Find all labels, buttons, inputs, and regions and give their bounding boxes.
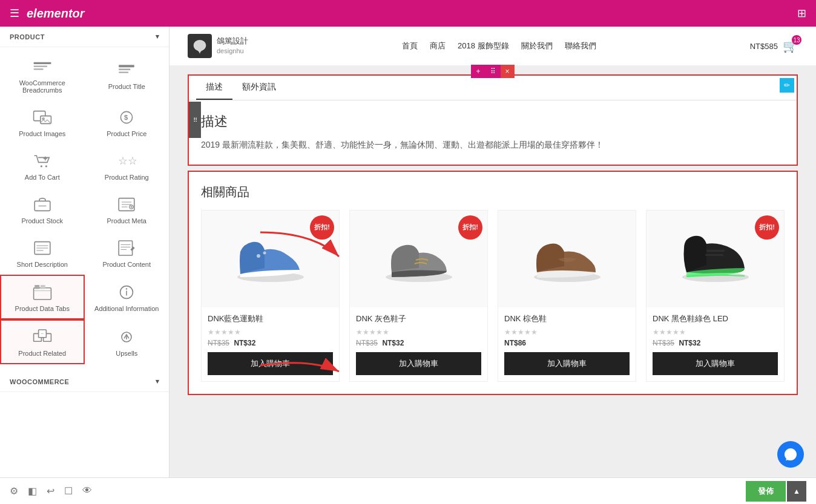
product-card-3: 折扣! D xyxy=(646,210,785,382)
settings-icon[interactable]: ⚙ xyxy=(10,485,18,497)
product-section-header[interactable]: PRODUCT ▾ xyxy=(0,27,169,47)
tab-extra-info[interactable]: 額外資訊 xyxy=(232,76,286,100)
publish-button[interactable]: 發佈 xyxy=(746,481,786,502)
svg-text:$: $ xyxy=(124,114,128,121)
product-card-2: DNK 棕色鞋 ★★★★★ NT$86 加入購物車 xyxy=(498,210,636,382)
widget-product-title[interactable]: Product Title xyxy=(85,50,169,100)
product-price-icon: $ xyxy=(114,107,139,128)
add-to-cart-btn-0[interactable]: 加入購物車 xyxy=(208,352,333,375)
widget-label: Product Rating xyxy=(105,174,149,181)
widget-short-description[interactable]: Short Description xyxy=(0,231,85,275)
up-arrow-btn[interactable]: ▲ xyxy=(787,481,806,502)
add-to-cart-btn-3[interactable]: 加入購物車 xyxy=(653,352,778,375)
undo-icon[interactable]: ↩ xyxy=(47,485,54,497)
widget-product-stock[interactable]: Product Stock xyxy=(0,188,85,231)
woocommerce-section-label: WOOCOMMERCE xyxy=(10,378,69,385)
svg-text:☆☆: ☆☆ xyxy=(118,155,136,167)
product-img-2 xyxy=(498,211,636,307)
svg-rect-2 xyxy=(33,68,43,70)
widget-additional-information[interactable]: Additional Information xyxy=(85,275,169,319)
widget-product-related[interactable]: Product Related xyxy=(0,319,85,364)
short-description-icon xyxy=(30,238,54,258)
product-content-icon xyxy=(114,238,139,258)
store-logo: 鴿篤設計 designhu xyxy=(188,34,248,58)
product-name-3: DNK 黑色鞋綠色 LED xyxy=(653,313,778,324)
content-section: ⠿ ✏ 描述 額外資訊 描述 2019 最新潮流鞋款，集美觀、舒適、功能性於一身… xyxy=(188,74,798,166)
add-to-cart-icon xyxy=(30,151,54,171)
svg-rect-0 xyxy=(33,62,51,64)
widget-product-content[interactable]: Product Content xyxy=(85,231,169,275)
product-stars-1: ★★★★★ xyxy=(356,328,481,336)
product-info-3: DNK 黑色鞋綠色 LED ★★★★★ NT$35 NT$32 加入購物車 xyxy=(647,307,784,381)
woocommerce-section-header[interactable]: WOOCOMMERCE ▾ xyxy=(0,371,169,392)
bottom-left-icons: ⚙ ◧ ↩ ☐ 👁 xyxy=(10,485,92,497)
product-name-1: DNK 灰色鞋子 xyxy=(356,313,481,324)
widget-upsells[interactable]: Upsells xyxy=(85,319,169,364)
nav-home[interactable]: 首頁 xyxy=(402,41,418,51)
product-img-0: 折扣! xyxy=(202,211,339,307)
store-nav: 首頁 商店 2018 服飾型錄 關於我們 聯絡我們 xyxy=(402,41,596,51)
widget-product-price[interactable]: $ Product Price xyxy=(85,100,169,144)
content-body: 描述 2019 最新潮流鞋款，集美觀、舒適、功能性於一身，無論休閒、運動、出遊都… xyxy=(189,100,797,165)
product-price-3: NT$35 NT$32 xyxy=(653,339,778,347)
nav-shop[interactable]: 商店 xyxy=(430,41,446,51)
product-stars-3: ★★★★★ xyxy=(653,328,778,336)
store-header: 鴿篤設計 designhu 首頁 商店 2018 服飾型錄 關於我們 聯絡我們 … xyxy=(169,27,816,66)
product-card-1: 折扣! DNK 灰色鞋子 ★★★★★ xyxy=(349,210,488,382)
svg-point-11 xyxy=(41,165,42,167)
widget-product-meta[interactable]: Product Meta xyxy=(85,188,169,231)
discount-badge-0: 折扣! xyxy=(310,215,334,240)
widget-product-data-tabs[interactable]: Product Data Tabs xyxy=(0,275,85,319)
svg-rect-33 xyxy=(33,288,51,299)
widget-woocommerce-breadcrumbs[interactable]: WooCommerce Breadcrumbs xyxy=(0,50,85,100)
logo-text: 鴿篤設計 designhu xyxy=(217,36,248,55)
product-img-3: 折扣! xyxy=(647,211,784,307)
product-rating-icon: ☆☆ xyxy=(114,151,139,171)
messenger-button[interactable] xyxy=(777,441,804,468)
svg-rect-52 xyxy=(706,250,725,252)
preview-icon[interactable]: 👁 xyxy=(82,485,92,497)
toolbar-close-btn[interactable]: × xyxy=(501,65,515,78)
widget-label: Product Content xyxy=(103,261,151,268)
widget-label: Upsells xyxy=(116,350,137,357)
svg-rect-3 xyxy=(119,65,134,67)
cart-badge: 13 xyxy=(792,35,801,45)
product-price-1: NT$35 NT$32 xyxy=(356,339,481,347)
toolbar-move-btn[interactable]: ⠿ xyxy=(485,65,501,78)
widget-product-images[interactable]: Product Images xyxy=(0,100,85,144)
edit-pencil-btn[interactable]: ✏ xyxy=(780,78,794,93)
svg-rect-34 xyxy=(35,285,39,289)
layers-icon[interactable]: ◧ xyxy=(28,485,37,497)
toolbar-add-btn[interactable]: + xyxy=(471,65,485,78)
add-to-cart-btn-2[interactable]: 加入購物車 xyxy=(504,352,630,375)
widget-product-rating[interactable]: ☆☆ Product Rating xyxy=(85,144,169,188)
product-images-icon xyxy=(30,107,54,128)
product-name-0: DNK藍色運動鞋 xyxy=(208,313,333,324)
cart-icon: 🛒 13 xyxy=(783,39,798,53)
widget-label: WooCommerce Breadcrumbs xyxy=(5,79,79,94)
responsive-icon[interactable]: ☐ xyxy=(64,485,73,497)
product-data-tabs-icon xyxy=(30,282,54,303)
product-card-0: 折扣! DNK藍色運動鞋 ★★★★★ xyxy=(201,210,340,382)
section-handle[interactable]: ⠿ xyxy=(189,102,201,138)
product-title-icon xyxy=(114,60,139,80)
svg-rect-1 xyxy=(33,65,47,67)
top-bar: ☰ elementor ⊞ xyxy=(0,0,816,27)
hamburger-icon[interactable]: ☰ xyxy=(10,7,19,20)
widget-label: Product Meta xyxy=(107,217,146,224)
product-info-0: DNK藍色運動鞋 ★★★★★ NT$35 NT$32 加入購物車 xyxy=(202,307,339,381)
store-cart[interactable]: NT$585 🛒 13 xyxy=(750,39,798,53)
tab-description[interactable]: 描述 xyxy=(196,76,232,100)
discount-badge-1: 折扣! xyxy=(458,215,482,240)
nav-about[interactable]: 關於我們 xyxy=(521,41,553,51)
toolbar-buttons: + ⠿ × xyxy=(471,65,514,78)
widget-add-to-cart[interactable]: Add To Cart xyxy=(0,144,85,188)
product-info-1: DNK 灰色鞋子 ★★★★★ NT$35 NT$32 加入購物車 xyxy=(350,307,487,381)
nav-contact[interactable]: 聯絡我們 xyxy=(565,41,596,51)
product-section-label: PRODUCT xyxy=(10,33,45,41)
upsells-icon xyxy=(114,327,139,347)
add-to-cart-btn-1[interactable]: 加入購物車 xyxy=(356,352,481,375)
widget-label: Product Stock xyxy=(22,217,63,224)
nav-catalog[interactable]: 2018 服飾型錄 xyxy=(458,41,509,51)
grid-icon[interactable]: ⊞ xyxy=(797,7,806,20)
